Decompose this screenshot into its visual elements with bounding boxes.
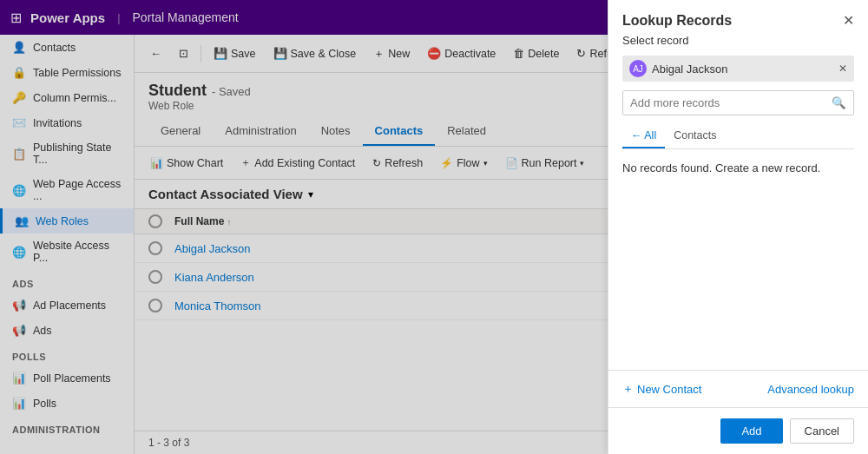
advanced-lookup-label: Advanced lookup [767, 383, 854, 396]
lookup-body: No records found. Create a new record. [608, 149, 868, 370]
dialog-overlay [0, 0, 608, 454]
lookup-selected-chip: AJ Abigal Jackson ✕ [622, 56, 854, 82]
selected-avatar: AJ [629, 60, 647, 77]
advanced-lookup-link[interactable]: Advanced lookup [767, 383, 854, 396]
new-contact-label: New Contact [637, 383, 701, 396]
selected-remove-button[interactable]: ✕ [838, 63, 847, 75]
cancel-button[interactable]: Cancel [790, 418, 854, 444]
lookup-subtitle: Select record [608, 34, 868, 56]
lookup-tab-all-label: ← All [631, 129, 656, 141]
lookup-search-button[interactable]: 🔍 [825, 91, 853, 115]
lookup-search-row: 🔍 [622, 90, 854, 115]
lookup-tab-contacts[interactable]: Contacts [665, 124, 725, 148]
lookup-header: Lookup Records ✕ [608, 0, 868, 34]
lookup-search-input[interactable] [623, 91, 825, 115]
lookup-dialog: Lookup Records ✕ Select record AJ Abigal… [608, 0, 868, 454]
lookup-title: Lookup Records [622, 13, 732, 29]
lookup-tab-all[interactable]: ← All [622, 124, 665, 148]
lookup-tab-contacts-label: Contacts [674, 129, 716, 141]
selected-name: Abigal Jackson [652, 63, 833, 76]
add-button[interactable]: Add [720, 418, 782, 444]
lookup-action-footer: Add Cancel [608, 407, 868, 454]
no-records-message: No records found. Create a new record. [622, 161, 854, 174]
lookup-tabs: ← All Contacts [622, 124, 854, 149]
new-contact-link[interactable]: ＋ New Contact [622, 381, 701, 397]
new-contact-plus-icon: ＋ [622, 381, 634, 397]
lookup-close-button[interactable]: ✕ [843, 12, 854, 29]
lookup-links-footer: ＋ New Contact Advanced lookup [608, 370, 868, 407]
